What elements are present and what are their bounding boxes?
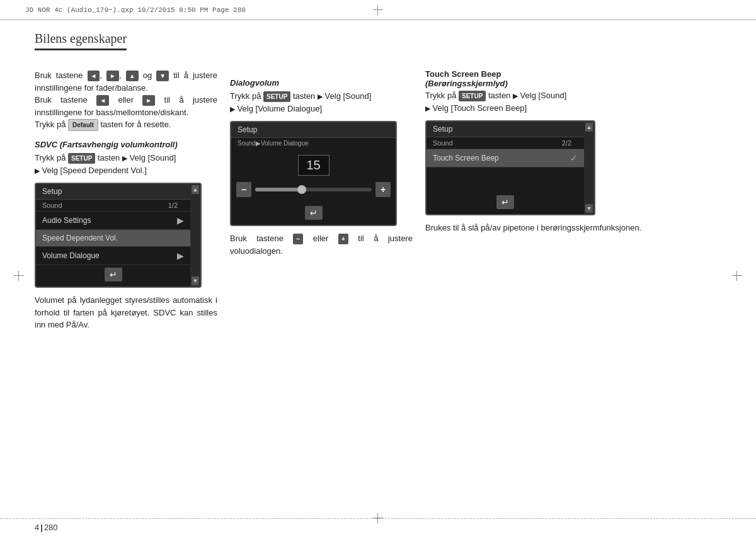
page-number: 4|280 (35, 523, 58, 532)
setup-row-sdvc: Speed Dependent Vol. (36, 230, 190, 247)
touch-instruction: Trykk på SETUP tasten ▶ Velg [Sound] ▶ V… (425, 89, 721, 114)
crosshair-left-icon (14, 271, 24, 281)
arrow-left-btn2: ◄ (96, 95, 109, 106)
vol-plus-btn[interactable]: + (375, 182, 391, 197)
sound-page-num-1: 1/2 (168, 202, 178, 209)
slider-track (255, 188, 372, 191)
page-title: Bilens egenskaper (35, 31, 127, 50)
vol-adjust-text: Bruk tastene − eller + til å justere vol… (230, 232, 413, 257)
setup-subtitle-1: Sound (42, 202, 62, 209)
sdvc-instruction: Trykk på SETUP tasten ▶ Velg [Sound] ▶ V… (35, 152, 217, 176)
column-1: Bruk tastene ◄, ►, ▲ og ▼ til å justere … (35, 69, 230, 338)
crosshair-bottom-icon (373, 513, 383, 523)
back-btn-1: ↵ (105, 268, 122, 281)
arrow-down-btn: ▼ (156, 71, 169, 81)
row-arrow-audio: ▶ (177, 215, 184, 225)
row-arrow-volume: ▶ (177, 251, 184, 261)
header-text: JD NOR 4c (Audio_179~).qxp 10/2/2015 8:5… (25, 6, 246, 14)
scroll-down-btn-1[interactable]: ▼ (192, 276, 199, 285)
touch-titlebar: Setup (427, 122, 584, 137)
crosshair-top-icon (373, 5, 383, 15)
minus-btn-inline: − (293, 234, 303, 244)
touch-page-num: 2/2 (562, 139, 571, 147)
scroll-down-btn-2[interactable]: ▼ (585, 204, 593, 213)
setup-btn-2: SETUP (263, 91, 290, 102)
scrollbar-1: ▲ ▼ (190, 184, 200, 287)
checkmark-icon: ✓ (570, 153, 578, 163)
back-btn-2: ↵ (305, 206, 323, 220)
setup-titlebar-1: Setup (36, 184, 190, 200)
touch-heading-1: Touch Screen Beep (425, 69, 501, 79)
arrow-right-btn: ► (106, 71, 119, 81)
footer: 4|280 (0, 518, 756, 532)
touch-empty-space (427, 168, 584, 193)
volume-subtitle: Sound▶Volume Dialogue (231, 138, 396, 149)
default-btn: Default (68, 119, 98, 131)
touch-screen-ui: Setup Sound 2/2 Touch Screen Beep ✓ ↵ (425, 120, 595, 215)
setup-btn-3: SETUP (459, 91, 486, 101)
sdvc-heading: SDVC (Fartsavhengig volumkontroll) (35, 140, 217, 149)
slider-fill (255, 188, 302, 191)
touch-row: Touch Screen Beep ✓ (427, 149, 584, 168)
scrollbar-2: ▲ ▼ (584, 122, 594, 214)
volume-display: 15 (231, 149, 396, 182)
page-title-area: Bilens egenskaper (35, 31, 721, 50)
touch-screen-beep-heading: Touch Screen Beep (Berøringsskjermlyd) (425, 69, 721, 88)
slider-thumb (297, 185, 306, 194)
intro-paragraph: Bruk tastene ◄, ►, ▲ og ▼ til å justere … (35, 69, 217, 131)
volume-auto-text: Volumet på lydanlegget styres/stilles au… (35, 294, 217, 331)
touch-back-row: ↵ (427, 193, 584, 214)
back-row-1: ↵ (36, 265, 190, 287)
scroll-up-btn-1[interactable]: ▲ (192, 185, 199, 194)
vol-minus-btn[interactable]: − (236, 182, 251, 197)
column-2: Dialogvolum Trykk på SETUP tasten ▶ Velg… (230, 69, 425, 338)
scroll-up-btn-2[interactable]: ▲ (585, 123, 593, 132)
content-area: Bruk tastene ◄, ►, ▲ og ▼ til å justere … (35, 69, 721, 338)
header-bar: JD NOR 4c (Audio_179~).qxp 10/2/2015 8:5… (0, 0, 756, 20)
volume-slider-row: − + (231, 182, 396, 203)
volume-screen: Setup Sound▶Volume Dialogue 15 − + ↵ (230, 121, 397, 226)
touch-bottom-text: Brukes til å slå på/av pipetone i berøri… (425, 222, 721, 234)
column-3: Touch Screen Beep (Berøringsskjermlyd) T… (425, 69, 721, 338)
vol-back-row: ↵ (231, 203, 396, 225)
volume-titlebar: Setup (231, 122, 396, 138)
touch-subtitle: Sound (433, 139, 453, 147)
setup-btn-1: SETUP (68, 153, 95, 164)
arrow-up-btn: ▲ (126, 71, 139, 81)
dialogvolum-instruction: Trykk på SETUP tasten ▶ Velg [Sound] ▶ V… (230, 90, 413, 115)
touch-heading-2: (Berøringsskjermlyd) (425, 79, 508, 88)
touch-row-label: Touch Screen Beep (433, 154, 499, 162)
arrow-right-btn2: ► (142, 95, 155, 106)
setup-screen-1: Setup Sound 1/2 Audio Settings ▶ Speed D… (35, 183, 202, 288)
back-btn-3: ↵ (496, 195, 514, 209)
volume-number: 15 (298, 155, 329, 176)
crosshair-right-icon (732, 271, 742, 281)
plus-btn-inline: + (338, 234, 348, 244)
setup-row-audio: Audio Settings ▶ (36, 212, 190, 230)
arrow-left-btn: ◄ (88, 71, 100, 81)
dialogvolum-heading: Dialogvolum (230, 78, 413, 88)
setup-row-volume: Volume Dialogue ▶ (36, 247, 190, 265)
